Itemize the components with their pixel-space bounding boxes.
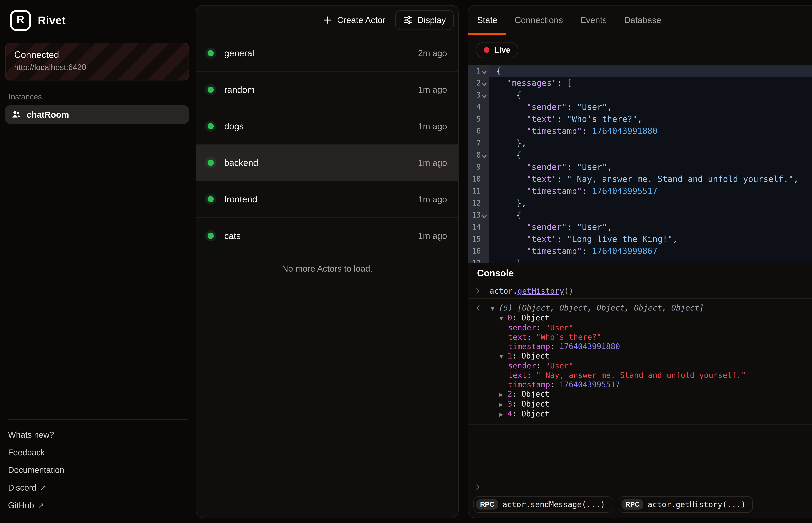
code-line[interactable]: 6 "timestamp": 1764043991880 [468, 125, 812, 137]
code-token [496, 102, 526, 112]
expanded-triangle-icon[interactable]: ▼ [499, 352, 507, 361]
tab-database[interactable]: Database [616, 5, 670, 35]
code-token: " Nay, answer me. Stand and unfold yours… [536, 371, 746, 380]
collapsed-triangle-icon[interactable]: ▶ [499, 410, 507, 419]
rpc-badge: RPC [622, 499, 643, 509]
console-history-command: actor.getHistory() [468, 283, 812, 299]
code-line[interactable]: 15 "text": "Long live the King!", [468, 233, 812, 245]
code-line[interactable]: 17 } [468, 257, 812, 263]
line-number: 9 [468, 161, 489, 173]
sidebar-link-label: Feedback [8, 448, 45, 457]
code-token [496, 114, 526, 124]
code-token: (5) [Object, Object, Object, Object, Obj… [499, 303, 704, 312]
code-token: : [582, 126, 592, 136]
fold-chevron-icon[interactable] [481, 70, 487, 75]
inspector-panel: StateConnectionsEventsDatabase Running L… [468, 5, 812, 518]
connection-status-card: Connected http://localhost:6420 [5, 43, 189, 80]
code-line-content: { [489, 209, 812, 221]
rpc-suggestion-button[interactable]: RPCactor.getHistory(...) [619, 496, 753, 513]
code-token: , [794, 174, 798, 184]
code-token: : [512, 409, 521, 418]
line-number-text: 16 [472, 247, 481, 255]
code-line[interactable]: 14 "sender": "User", [468, 221, 812, 233]
sidebar-item-instance[interactable]: chatRoom [5, 105, 189, 124]
line-number: 8 [468, 149, 489, 161]
code-line[interactable]: 13 { [468, 209, 812, 221]
brand-home-link[interactable]: R Rivet [10, 10, 66, 31]
code-token [496, 222, 526, 232]
code-token: sender [508, 361, 536, 370]
actor-row[interactable]: cats1m ago [196, 218, 458, 254]
code-token [496, 246, 526, 256]
code-token: : [582, 246, 592, 256]
fold-chevron-icon[interactable] [481, 154, 487, 159]
code-line[interactable]: 8 { [468, 149, 812, 161]
actor-row[interactable]: dogs1m ago [196, 108, 458, 145]
actor-row[interactable]: frontend1m ago [196, 181, 458, 218]
code-token: "User" [577, 162, 607, 172]
code-line[interactable]: 2 "messages": [ [468, 77, 812, 89]
console-input-row[interactable] [468, 479, 812, 495]
code-token: 3 [507, 399, 512, 408]
line-number-text: 15 [472, 235, 481, 244]
sidebar-link-label: GitHub [8, 501, 34, 510]
code-line[interactable]: 7 }, [468, 137, 812, 149]
tab-events[interactable]: Events [572, 5, 616, 35]
code-token: "sender" [526, 222, 567, 232]
sidebar-link-documentation[interactable]: Documentation [8, 461, 189, 479]
console-line: timestamp: 1764043995517 [468, 380, 812, 389]
line-number: 14 [468, 221, 489, 233]
instance-name: chatRoom [27, 110, 69, 120]
tab-state[interactable]: State [468, 5, 506, 35]
console-line: text: "Who’s there?" [468, 332, 812, 342]
collapsed-triangle-icon[interactable]: ▶ [499, 400, 507, 409]
code-token: { [496, 90, 521, 100]
sidebar-link-discord[interactable]: Discord↗ [8, 479, 189, 497]
code-line[interactable]: 16 "timestamp": 1764043999867 [468, 245, 812, 257]
actor-row[interactable]: general2m ago [196, 35, 458, 72]
actors-list: general2m agorandom1m agodogs1m agobacke… [196, 35, 458, 254]
code-token: 1764043995517 [559, 380, 620, 389]
brand-name: Rivet [38, 14, 66, 27]
online-dot-icon [208, 87, 214, 93]
code-line[interactable]: 9 "sender": "User", [468, 161, 812, 173]
console-line: text: " Nay, answer me. Stand and unfold… [468, 371, 812, 380]
rpc-badge: RPC [476, 499, 498, 509]
code-line[interactable]: 12 }, [468, 197, 812, 209]
create-actor-button[interactable]: Create Actor [317, 10, 392, 30]
line-number-text: 3 [476, 91, 481, 99]
collapsed-triangle-icon[interactable]: ▶ [499, 390, 507, 399]
state-json-editor[interactable]: 1{2 "messages": [3 {4 "sender": "User",5… [468, 65, 812, 263]
rpc-method-name: actor.getHistory(...) [647, 500, 746, 509]
live-dot-icon [484, 47, 489, 53]
display-options-button[interactable]: Display [395, 10, 454, 30]
sidebar-link-whats-new-[interactable]: Whats new? [8, 426, 189, 444]
code-line-content: "sender": "User", [489, 221, 812, 233]
tab-connections[interactable]: Connections [506, 5, 572, 35]
code-line[interactable]: 11 "timestamp": 1764043995517 [468, 185, 812, 197]
expanded-triangle-icon[interactable]: ▼ [499, 313, 507, 323]
actor-row[interactable]: random1m ago [196, 72, 458, 108]
expanded-triangle-icon[interactable]: ▼ [491, 304, 499, 313]
fold-chevron-icon[interactable] [481, 94, 487, 99]
actor-row[interactable]: backend1m ago [196, 145, 458, 181]
sidebar-link-feedback[interactable]: Feedback [8, 444, 189, 461]
line-number-text: 12 [472, 199, 481, 207]
code-line[interactable]: 1{ [468, 65, 812, 77]
code-line[interactable]: 5 "text": "Who’s there?", [468, 113, 812, 125]
code-token: timestamp [508, 342, 550, 351]
fold-chevron-icon[interactable] [481, 82, 487, 87]
live-toggle-button[interactable]: Live [476, 42, 518, 58]
code-line[interactable]: 10 "text": " Nay, answer me. Stand and u… [468, 173, 812, 185]
code-token: Object [521, 351, 549, 360]
fold-chevron-icon[interactable] [481, 214, 487, 219]
rpc-suggestion-button[interactable]: RPCactor.sendMessage(...) [473, 496, 612, 513]
sidebar-link-github[interactable]: GitHub↗ [8, 497, 189, 514]
code-line-content: "sender": "User", [489, 161, 812, 173]
console-command-text: actor.getHistory() [489, 287, 573, 295]
end-of-list-message: No more Actors to load. [196, 254, 458, 283]
code-token [496, 186, 526, 196]
code-line[interactable]: 4 "sender": "User", [468, 101, 812, 113]
code-token: "User" [545, 323, 573, 332]
code-line[interactable]: 3 { [468, 89, 812, 101]
